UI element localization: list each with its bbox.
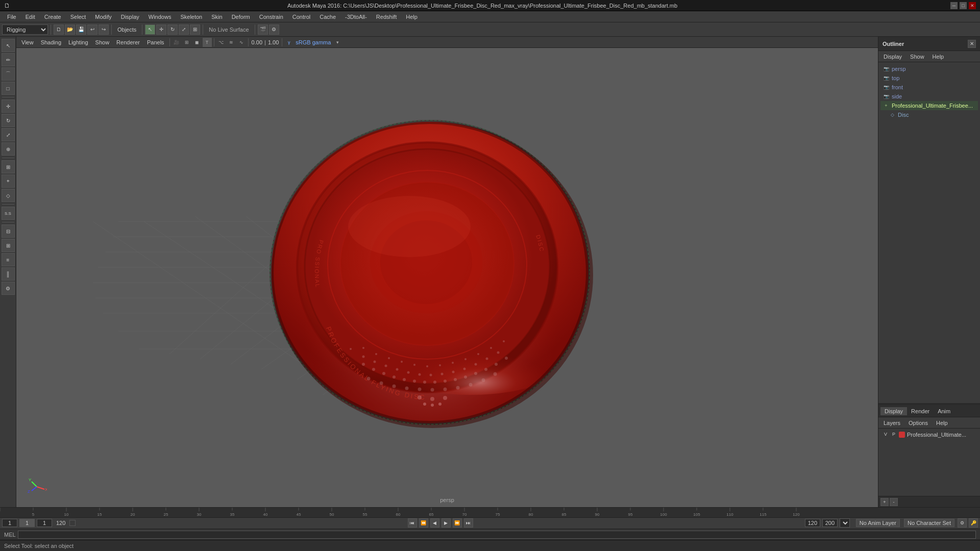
options-subtab[interactable]: Options — [905, 419, 931, 427]
vp-menu-shading[interactable]: Shading — [38, 38, 64, 46]
layer-row-professional[interactable]: V P Professional_Ultimate... — [880, 431, 978, 439]
color-profile-arrow[interactable]: ▾ — [333, 38, 342, 47]
open-scene-btn[interactable]: 📂 — [65, 24, 75, 35]
crease-btn[interactable]: ≋ — [227, 38, 236, 47]
outliner-item-frisbee-group[interactable]: + Professional_Ultimate_Frisbee... — [880, 101, 978, 110]
menu-3dtoall[interactable]: -3DtoAll- — [341, 13, 371, 21]
help-subtab[interactable]: Help — [933, 419, 951, 427]
render-settings-btn[interactable]: ⚙ — [269, 24, 279, 35]
attr-editor-btn[interactable]: ≡ — [2, 253, 15, 266]
input-node-btn[interactable]: ⊟ — [2, 224, 15, 238]
viewport-canvas[interactable]: PROFESSIONAL FLYING DISC PRO SSIONAL DIS… — [16, 48, 878, 507]
outliner-item-top[interactable]: 📷 top — [880, 73, 978, 83]
rotate-tool-btn[interactable]: ↻ — [167, 24, 178, 35]
char-set-options-btn[interactable]: ⚙ — [958, 518, 967, 528]
layer-visibility-v[interactable]: V — [883, 432, 889, 438]
select-tool-btn[interactable]: ↖ — [145, 24, 155, 35]
go-to-start-btn[interactable]: ⏮ — [408, 518, 417, 528]
new-layer-btn[interactable]: + — [880, 498, 889, 506]
menu-skeleton[interactable]: Skeleton — [176, 13, 206, 21]
move-tool-side-btn[interactable]: ✛ — [2, 99, 15, 113]
textured-btn[interactable]: T — [203, 38, 212, 47]
minimize-button[interactable]: ─ — [950, 2, 958, 9]
menu-help[interactable]: Help — [402, 13, 422, 21]
outliner-item-persp[interactable]: 📷 persp — [880, 64, 978, 73]
menu-create[interactable]: Create — [40, 13, 65, 21]
menu-skin[interactable]: Skin — [207, 13, 226, 21]
vp-menu-panels[interactable]: Panels — [144, 38, 167, 46]
anim-layer-btn[interactable]: No Anim Layer — [856, 519, 900, 527]
outliner-display-menu[interactable]: Display — [880, 53, 905, 61]
new-scene-btn[interactable]: 🗋 — [54, 24, 64, 35]
render-btn[interactable]: 🎬 — [258, 24, 268, 35]
outliner-close-btn[interactable]: ✕ — [968, 40, 976, 48]
menu-display[interactable]: Display — [117, 13, 143, 21]
menu-file[interactable]: File — [3, 13, 20, 21]
display-tab-display[interactable]: Display — [880, 407, 907, 415]
snap-point-btn[interactable]: ◇ — [2, 189, 15, 202]
layers-subtab[interactable]: Layers — [880, 419, 903, 427]
play-forward-btn[interactable]: ▶ — [442, 518, 451, 528]
delete-layer-btn[interactable]: - — [890, 498, 898, 506]
redo-btn[interactable]: ↪ — [99, 24, 109, 35]
transform-tool-btn[interactable]: ⊕ — [2, 142, 15, 156]
save-scene-btn[interactable]: 💾 — [76, 24, 86, 35]
menu-constrain[interactable]: Constrain — [255, 13, 287, 21]
start-frame-input[interactable] — [2, 519, 17, 527]
outliner-item-disc[interactable]: ◇ Disc — [880, 110, 978, 119]
total-end-input[interactable] — [822, 519, 838, 527]
vp-menu-lighting[interactable]: Lighting — [65, 38, 91, 46]
output-node-btn[interactable]: ⊞ — [2, 239, 15, 252]
playback-options-dropdown[interactable]: ▾ — [840, 518, 850, 528]
current-frame-input[interactable] — [19, 519, 35, 527]
mel-input[interactable] — [18, 531, 976, 539]
go-to-end-btn[interactable]: ⏭ — [464, 518, 473, 528]
marquee-select-btn[interactable]: □ — [2, 82, 15, 95]
channel-box-btn[interactable]: ║ — [2, 267, 15, 281]
shaded-btn[interactable]: ◼ — [192, 38, 202, 47]
vp-menu-renderer[interactable]: Renderer — [113, 38, 143, 46]
char-set-key-btn[interactable]: 🔑 — [969, 518, 978, 528]
close-button[interactable]: ✕ — [969, 2, 976, 9]
menu-windows[interactable]: Windows — [144, 13, 176, 21]
camera-btn[interactable]: 🎥 — [172, 38, 181, 47]
outliner-show-menu[interactable]: Show — [907, 53, 927, 61]
tool-settings-btn[interactable]: ⚙ — [2, 282, 15, 295]
layer-visibility-p[interactable]: P — [891, 432, 897, 438]
menu-cache[interactable]: Cache — [315, 13, 340, 21]
play-back-btn[interactable]: ◀ — [430, 518, 439, 528]
scale-tool-side-btn[interactable]: ⤢ — [2, 128, 15, 141]
vp-menu-view[interactable]: View — [18, 38, 37, 46]
menu-deform[interactable]: Deform — [228, 13, 254, 21]
vp-menu-show[interactable]: Show — [92, 38, 113, 46]
smooth-btn[interactable]: ⌥ — [216, 38, 226, 47]
rotate-tool-side-btn[interactable]: ↻ — [2, 114, 15, 127]
transform-btn[interactable]: ⊞ — [190, 24, 200, 35]
outliner-item-front[interactable]: 📷 front — [880, 83, 978, 92]
menu-control[interactable]: Control — [288, 13, 314, 21]
select-mode-btn[interactable]: ↖ — [2, 39, 15, 52]
step-back-btn[interactable]: ⏪ — [419, 518, 428, 528]
subdiv-btn[interactable]: ∿ — [237, 38, 246, 47]
step-forward-btn[interactable]: ⏩ — [453, 518, 462, 528]
character-set-btn[interactable]: No Character Set — [904, 519, 954, 527]
snap-curve-btn[interactable]: ⌖ — [2, 174, 15, 188]
move-tool-btn[interactable]: ✛ — [156, 24, 166, 35]
menu-select[interactable]: Select — [66, 13, 90, 21]
display-tab-render[interactable]: Render — [907, 407, 934, 415]
outliner-item-side[interactable]: 📷 side — [880, 92, 978, 101]
menu-edit[interactable]: Edit — [21, 13, 39, 21]
timeline-ruler[interactable]: 5 10 15 20 25 30 35 — [0, 508, 980, 518]
snap-grid-btn[interactable]: ⊞ — [2, 160, 15, 173]
lasso-select-btn[interactable]: ⌒ — [2, 67, 15, 81]
color-profile-btn[interactable]: γ — [284, 38, 293, 47]
menu-modify[interactable]: Modify — [91, 13, 115, 21]
outliner-help-menu[interactable]: Help — [929, 53, 947, 61]
outliner-content[interactable]: 📷 persp 📷 top 📷 front 📷 side — [878, 62, 980, 403]
menu-redshift[interactable]: Redshift — [372, 13, 401, 21]
undo-btn[interactable]: ↩ — [87, 24, 97, 35]
display-tab-anim[interactable]: Anim — [934, 407, 954, 415]
scale-tool-btn[interactable]: ⤢ — [179, 24, 189, 35]
wireframe-btn[interactable]: ⊞ — [182, 38, 191, 47]
paint-select-btn[interactable]: ✏ — [2, 53, 15, 66]
